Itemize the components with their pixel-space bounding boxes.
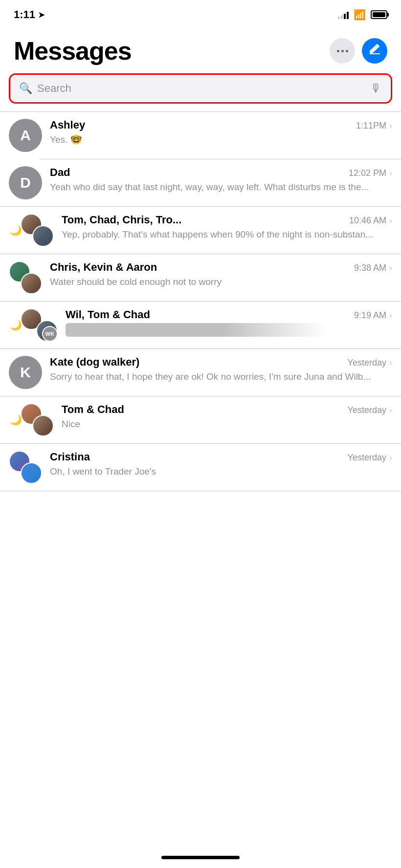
- conversation-header: Tom & Chad Yesterday ›: [62, 403, 392, 416]
- time-wrap: 9:38 AM ›: [354, 263, 392, 273]
- chevron-right-icon: ›: [389, 405, 392, 415]
- chevron-right-icon: ›: [389, 121, 392, 131]
- conversation-list: A Ashley 1:11PM › Yes. 🤓 D Dad 12:02 PM: [0, 112, 401, 491]
- avatar: [32, 415, 54, 436]
- avatar: A: [9, 119, 42, 152]
- contact-name: Wil, Tom & Chad: [66, 308, 150, 321]
- list-item[interactable]: A Ashley 1:11PM › Yes. 🤓: [0, 112, 401, 159]
- message-time: 1:11PM: [356, 121, 386, 131]
- message-preview: Oh, I went to Trader Joe's: [50, 465, 392, 478]
- conversation-content: Ashley 1:11PM › Yes. 🤓: [50, 119, 392, 147]
- avatar-group: [9, 261, 42, 294]
- avatar: [21, 273, 42, 294]
- status-bar: 1:11 ➤ 📶: [0, 0, 401, 26]
- wk-badge: WK: [42, 326, 58, 342]
- list-item[interactable]: 🌙 WK Wil, Tom & Chad 9:19 AM ›: [0, 302, 401, 348]
- avatar: [32, 225, 54, 247]
- conversation-content: Dad 12:02 PM › Yeah who did say that las…: [50, 166, 392, 194]
- list-item[interactable]: Cristina Yesterday › Oh, I went to Trade…: [0, 444, 401, 491]
- message-time: 9:38 AM: [354, 263, 386, 273]
- time-wrap: Yesterday ›: [348, 453, 392, 463]
- contact-name: Dad: [50, 166, 70, 179]
- avatar-wrap: A: [9, 119, 42, 152]
- conversation-content: Chris, Kevin & Aaron 9:38 AM › Water sho…: [50, 261, 392, 289]
- compose-button[interactable]: [362, 38, 387, 64]
- avatar-group: [9, 451, 42, 484]
- avatar-wrap: 🌙: [21, 214, 54, 247]
- time-wrap: 10:46 AM ›: [349, 216, 392, 226]
- avatar-wrap: K: [9, 356, 42, 389]
- compose-icon: [368, 43, 381, 59]
- avatar-wrap: 🌙 WK: [21, 308, 58, 342]
- wifi-icon: 📶: [354, 9, 366, 21]
- time-wrap: Yesterday ›: [348, 358, 392, 368]
- microphone-icon[interactable]: 🎙: [370, 82, 382, 95]
- avatar-group: [21, 214, 54, 247]
- message-time: Yesterday: [348, 453, 386, 463]
- conversation-content: Cristina Yesterday › Oh, I went to Trade…: [50, 451, 392, 478]
- chevron-right-icon: ›: [389, 168, 392, 178]
- message-preview: Sorry to hear that, I hope they are ok! …: [50, 370, 392, 384]
- list-item[interactable]: D Dad 12:02 PM › Yeah who did say that l…: [0, 159, 401, 206]
- more-dots-icon: [337, 50, 348, 52]
- conversation-content: Tom & Chad Yesterday › Nice: [62, 403, 392, 431]
- list-item[interactable]: K Kate (dog walker) Yesterday › Sorry to…: [0, 349, 401, 396]
- conversation-header: Wil, Tom & Chad 9:19 AM ›: [66, 308, 392, 321]
- avatar-group: [21, 403, 54, 436]
- message-time: 12:02 PM: [349, 168, 386, 178]
- search-container[interactable]: 🔍 Search 🎙: [9, 73, 392, 104]
- avatar-wrap: [9, 451, 42, 484]
- message-preview: Water should be cold enough not to worry: [50, 276, 392, 289]
- more-button[interactable]: [330, 38, 355, 64]
- conversation-header: Tom, Chad, Chris, Tro... 10:46 AM ›: [62, 214, 392, 226]
- message-preview-blurred: [66, 323, 327, 337]
- chevron-right-icon: ›: [389, 358, 392, 368]
- search-input[interactable]: Search: [37, 82, 365, 95]
- avatar-wrap: [9, 261, 42, 294]
- status-time: 1:11 ➤: [14, 8, 45, 21]
- chevron-right-icon: ›: [389, 216, 392, 226]
- status-icons: 📶: [338, 9, 387, 21]
- header: Messages: [0, 26, 401, 73]
- avatar-group: WK: [21, 308, 58, 342]
- conversation-header: Dad 12:02 PM ›: [50, 166, 392, 179]
- conversation-header: Cristina Yesterday ›: [50, 451, 392, 463]
- avatar: [21, 462, 42, 484]
- avatar: K: [9, 356, 42, 389]
- conversation-header: Kate (dog walker) Yesterday ›: [50, 356, 392, 369]
- message-time: Yesterday: [348, 405, 386, 415]
- message-preview: Yes. 🤓: [50, 133, 392, 147]
- time-wrap: 1:11PM ›: [356, 121, 392, 131]
- contact-name: Cristina: [50, 451, 90, 463]
- search-bar[interactable]: 🔍 Search 🎙: [11, 76, 390, 101]
- message-preview: Nice: [62, 418, 392, 431]
- avatar-wrap: D: [9, 166, 42, 199]
- chevron-right-icon: ›: [389, 453, 392, 463]
- conversation-content: Tom, Chad, Chris, Tro... 10:46 AM › Yep,…: [62, 214, 392, 241]
- message-preview: Yeah who did say that last night, way, w…: [50, 181, 392, 194]
- list-item[interactable]: 🌙 Tom & Chad Yesterday › Nice: [0, 396, 401, 443]
- message-time: 9:19 AM: [354, 310, 386, 321]
- battery-icon: [371, 10, 387, 19]
- time-wrap: Yesterday ›: [348, 405, 392, 415]
- time-wrap: 12:02 PM ›: [349, 168, 392, 178]
- conversation-header: Chris, Kevin & Aaron 9:38 AM ›: [50, 261, 392, 274]
- contact-name: Ashley: [50, 119, 85, 131]
- conversation-header: Ashley 1:11PM ›: [50, 119, 392, 131]
- contact-name: Tom, Chad, Chris, Tro...: [62, 214, 181, 226]
- message-time: 10:46 AM: [349, 216, 386, 226]
- time-wrap: 9:19 AM ›: [354, 310, 392, 321]
- search-icon: 🔍: [19, 82, 32, 95]
- list-item[interactable]: Chris, Kevin & Aaron 9:38 AM › Water sho…: [0, 254, 401, 301]
- avatar: D: [9, 166, 42, 199]
- list-item[interactable]: 🌙 Tom, Chad, Chris, Tro... 10:46 AM › Ye…: [0, 207, 401, 254]
- message-preview: Yep, probably. That's what happens when …: [62, 228, 392, 241]
- conversation-content: Kate (dog walker) Yesterday › Sorry to h…: [50, 356, 392, 384]
- contact-name: Chris, Kevin & Aaron: [50, 261, 157, 274]
- contact-name: Tom & Chad: [62, 403, 124, 416]
- avatar-wrap: 🌙: [21, 403, 54, 436]
- signal-icon: [338, 10, 349, 19]
- message-time: Yesterday: [348, 358, 386, 368]
- location-icon: ➤: [38, 10, 45, 20]
- home-indicator: [161, 856, 240, 859]
